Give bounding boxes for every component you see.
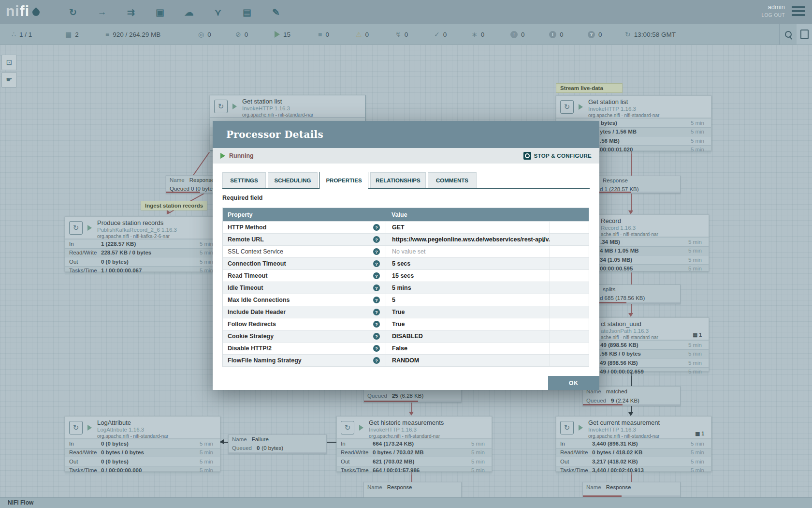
connection-line	[631, 405, 632, 413]
processor-icon: ↻	[560, 100, 574, 114]
connection-line	[411, 403, 412, 412]
help-icon[interactable]: ?	[373, 224, 380, 231]
arrowhead-icon	[409, 412, 414, 416]
stop-and-configure-button[interactable]: STOP & CONFIGURE	[523, 152, 592, 160]
canvas-label-stream-live-data[interactable]: Stream live-data	[556, 83, 623, 93]
processor-title: Get station list	[588, 98, 659, 105]
processor-header: ↻ LogAttribute LogAttribute 1.16.3 org.a…	[65, 417, 220, 439]
queue-progress-bar	[583, 404, 680, 405]
help-icon[interactable]: ?	[373, 260, 380, 267]
birdseye-panel-icon[interactable]	[797, 24, 812, 45]
question-icon: ?	[588, 31, 595, 38]
processor-bundle: org.apache.nifi - nifi-standard-nar	[369, 433, 444, 439]
status-bar: ∴1 / 1 ▦2 ≡920 / 264.29 MB ◎0 ⊘0 15 ■0 ⚠…	[0, 24, 812, 45]
table-row: FlowFile Naming Strategy? RANDOM	[223, 354, 589, 366]
process-group-toolbar-icon[interactable]: ▣	[153, 5, 167, 19]
input-port-toolbar-icon[interactable]: →	[95, 5, 109, 19]
running-indicator-icon	[579, 425, 583, 431]
help-icon[interactable]: ?	[373, 345, 380, 352]
arrowhead-icon	[628, 210, 633, 214]
table-row: Read Timeout? 15 secs	[223, 269, 589, 282]
invalid-status: ⚠0	[356, 24, 369, 45]
info-icon[interactable]: i	[542, 236, 545, 243]
processor-get-historic-measurements[interactable]: ↻ Get historic measurements InvokeHTTP 1…	[336, 416, 492, 472]
funnel-toolbar-icon[interactable]: ⋎	[211, 5, 225, 19]
connection-line	[631, 272, 632, 284]
processor-icon: ↻	[214, 100, 228, 113]
refresh-icon[interactable]: ↻	[625, 30, 631, 38]
processor-type: PublishKafkaRecord_2_6 1.16.3	[97, 227, 177, 233]
help-icon[interactable]: ?	[373, 272, 380, 279]
processor-logattribute[interactable]: ↻ LogAttribute LogAttribute 1.16.3 org.a…	[65, 416, 220, 472]
nifi-logo: nifi	[6, 3, 40, 19]
processor-type: InvokeHTTP 1.16.3	[588, 106, 659, 112]
help-icon[interactable]: ?	[373, 357, 380, 364]
stopped-status: ■0	[318, 24, 329, 45]
stat-row: Tasks/Time664 / 00:01:57.9865 min	[337, 466, 492, 475]
help-icon[interactable]: ?	[373, 236, 380, 243]
not-transmitting-icon: ⊘	[235, 30, 241, 38]
tab-scheduling[interactable]: SCHEDULING	[268, 172, 318, 188]
stat-row: In664 (173.24 KB)5 min	[337, 439, 492, 448]
grid-icon: ▦	[65, 30, 72, 38]
processor-get-current-measurement[interactable]: ↻ Get current measurement InvokeHTTP 1.1…	[556, 416, 711, 472]
help-icon[interactable]: ?	[373, 333, 380, 340]
app-header: nifi ↻ → ⇉ ▣ ☁ ⋎ ▤ ✎ admin LOG OUT	[0, 0, 812, 24]
arrowhead-icon	[628, 313, 633, 317]
processor-produce-station-records[interactable]: ↻ Produce station records PublishKafkaRe…	[65, 216, 220, 272]
logout-link[interactable]: LOG OUT	[761, 13, 785, 18]
processor-type: InvokeHTTP 1.16.3	[369, 427, 444, 433]
help-icon[interactable]: ?	[373, 248, 380, 255]
processor-type: LogAttribute 1.16.3	[97, 427, 168, 433]
stale-status: ↑0	[510, 24, 525, 45]
template-toolbar-icon[interactable]: ▤	[240, 5, 254, 19]
label-toolbar-icon[interactable]: ✎	[269, 5, 283, 19]
birdseye-tool-button[interactable]: ⊡	[1, 55, 17, 70]
running-icon	[275, 31, 280, 38]
value-column-header: Value	[386, 211, 407, 218]
locally-modified-status: ∗0	[472, 24, 484, 45]
help-icon[interactable]: ?	[373, 321, 380, 328]
canvas-label-ingest-station-records[interactable]: Ingest station records	[141, 201, 207, 210]
processor-title: Get historic measurements	[369, 419, 444, 426]
tab-properties[interactable]: PROPERTIES	[319, 172, 368, 189]
processor-title: LogAttribute	[97, 419, 168, 426]
stat-row: Read/Write0 bytes / 418.02 KB5 min	[556, 448, 711, 457]
transmitting-icon: ◎	[198, 30, 204, 38]
tab-settings[interactable]: SETTINGS	[222, 172, 266, 188]
tab-comments[interactable]: COMMENTS	[428, 172, 477, 188]
processor-bundle: ache.nifi - nifi-standard-nar	[601, 335, 658, 340]
dialog-title: Processor Details	[226, 129, 323, 140]
not-transmitting-status: ⊘0	[235, 24, 248, 45]
stat-row: In1 (228.57 KB)5 min	[65, 239, 220, 248]
tab-relationships[interactable]: RELATIONSHIPS	[370, 172, 426, 188]
table-row: Follow Redirects? True	[223, 318, 589, 330]
global-menu-icon[interactable]	[792, 6, 805, 18]
help-icon[interactable]: ?	[373, 309, 380, 315]
help-icon[interactable]: ?	[373, 297, 380, 303]
locally-modified-stale-status: !0	[549, 24, 564, 45]
stat-row: Out0 (0 bytes)5 min	[65, 457, 220, 466]
help-icon[interactable]: ?	[373, 284, 380, 291]
processor-bundle: org.apache.nifi - nifi-standard-nar	[242, 112, 313, 118]
asterisk-icon: ∗	[472, 30, 478, 38]
breadcrumb[interactable]: NiFi Flow	[8, 499, 33, 506]
remote-process-group-toolbar-icon[interactable]: ☁	[182, 5, 196, 19]
processor-header: ↻ Produce station records PublishKafkaRe…	[65, 217, 220, 239]
processor-toolbar-icon[interactable]: ↻	[66, 5, 80, 19]
queue-progress-bar	[229, 452, 326, 453]
connection-label-failure[interactable]: NameFailure Queued0(0 bytes)	[228, 434, 327, 454]
search-icon[interactable]	[785, 31, 792, 38]
active-threads-status: ∴1 / 1	[12, 24, 32, 45]
processor-bundle: ache.nifi - nifi-standard-nar	[601, 232, 658, 237]
refresh-status: ↻13:00:58 GMT	[625, 24, 676, 45]
processor-icon: ↻	[341, 421, 354, 434]
gear-icon	[523, 152, 531, 160]
ok-button[interactable]: OK	[548, 376, 599, 390]
exclamation-icon: !	[549, 31, 556, 38]
hand-tool-button[interactable]: ☛	[1, 72, 17, 88]
running-state-icon	[220, 153, 225, 159]
output-port-toolbar-icon[interactable]: ⇉	[124, 5, 138, 19]
arrowhead-icon	[628, 412, 633, 416]
sync-failure-status: ?0	[588, 24, 602, 45]
